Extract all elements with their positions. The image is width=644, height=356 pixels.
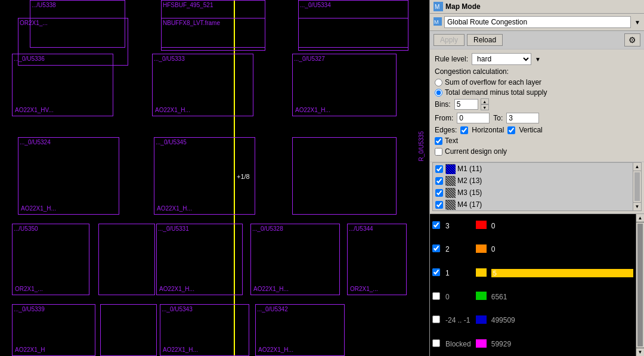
layer-scroll-up[interactable]: ▲	[633, 163, 641, 171]
cell-c20[interactable]: ..._0/U5343AO22X1_H...	[160, 304, 249, 356]
rule-level-select[interactable]: hard	[472, 53, 531, 65]
cell-type: AO22X1_HV...	[15, 107, 54, 113]
table-checkbox-cell-0[interactable]	[430, 214, 443, 238]
layer-item-3[interactable]: M4 (17)	[433, 199, 633, 210]
from-input[interactable]	[457, 113, 490, 123]
layer-list-section: M1 (11)M2 (13)M3 (15)M4 (17) ▲ ▼	[430, 162, 644, 214]
bins-up[interactable]: ▲	[481, 98, 489, 104]
table-color-cell-2	[473, 261, 489, 285]
table-checkbox-cell-5[interactable]	[430, 332, 443, 356]
table-row-checkbox-0[interactable]	[432, 221, 440, 229]
cell-label: ..._0/U5336	[14, 55, 112, 62]
radio-total-label: Total demand minus total supply	[445, 88, 547, 97]
cell-c12[interactable]	[292, 137, 397, 215]
layer-item-1[interactable]: M2 (13)	[433, 175, 633, 187]
horizontal-checkbox[interactable]	[460, 126, 468, 134]
canvas-area[interactable]: +1/8 R_0/U5335 .../U5338HFSBUF_495_521..…	[0, 0, 429, 356]
cell-c5[interactable]: NBUFFX8_LVT.frame	[161, 18, 265, 51]
table-color-5	[476, 339, 487, 348]
cell-type: AO22X1_H...	[295, 107, 330, 113]
table-value-cell-1: 0	[489, 238, 636, 262]
cell-type: AO22X1_H...	[159, 286, 194, 292]
current-design-checkbox[interactable]	[435, 148, 442, 156]
settings-section: Rule level: hard ▼ Congestion calculatio…	[430, 49, 644, 162]
table-scroll-thumb	[637, 224, 643, 346]
layer-item-0[interactable]: M1 (11)	[433, 163, 633, 175]
table-level-3: 0	[443, 285, 473, 309]
cell-type: AO22X1_H...	[157, 205, 192, 212]
vertical-label: Vertical	[519, 126, 542, 134]
layer-checkbox-2[interactable]	[435, 189, 443, 197]
table-row-checkbox-5[interactable]	[432, 339, 440, 347]
text-checkbox[interactable]	[435, 137, 442, 145]
radio-total[interactable]	[435, 89, 442, 97]
map-mode-select[interactable]: Global Route Congestion	[444, 16, 631, 28]
table-checkbox-cell-2[interactable]	[430, 261, 443, 285]
cell-c9[interactable]: ..._0/U5327AO22X1_H...	[292, 54, 397, 116]
from-label: From:	[435, 114, 453, 122]
cell-c13[interactable]: .../U5350OR2X1_...	[12, 224, 89, 295]
table-checkbox-cell-1[interactable]	[430, 238, 443, 262]
cell-c16[interactable]: ..._0/U5328AO22X1_H...	[250, 224, 340, 295]
cell-label: ..._0/U5324	[20, 139, 117, 146]
cell-label: ..._0/U5342	[257, 306, 343, 312]
table-value-cell-5: 59929	[489, 332, 636, 356]
cell-c19[interactable]	[100, 304, 157, 356]
layer-color-2	[445, 188, 455, 197]
table-scroll-up[interactable]: ▲	[636, 214, 644, 222]
table-level-2: 1	[443, 261, 473, 285]
cell-c15[interactable]: ..._0/U5331AO22X1_H...	[156, 224, 243, 295]
table-value-cell-3: 6561	[489, 285, 636, 309]
horizontal-label: Horizontal	[472, 126, 504, 134]
cell-c7[interactable]: ..._0/U5336AO22X1_HV...	[12, 54, 113, 116]
radio-sum[interactable]	[435, 79, 442, 86]
cell-label: HFSBUF_495_521	[163, 2, 264, 8]
svg-text:M: M	[434, 19, 439, 25]
table-row-checkbox-4[interactable]	[432, 315, 440, 323]
layer-scrollbar[interactable]: ▲ ▼	[633, 163, 641, 210]
cell-c14[interactable]	[98, 224, 155, 295]
map-mode-small-icon: M	[434, 17, 442, 27]
to-input[interactable]	[506, 113, 539, 123]
table-checkbox-cell-4[interactable]	[430, 309, 443, 333]
layer-checkbox-3[interactable]	[435, 201, 443, 209]
radio-total-row: Total demand minus total supply	[435, 88, 639, 97]
cell-label: ..._0/U5345	[156, 139, 253, 146]
table-row-checkbox-2[interactable]	[432, 268, 440, 276]
table-row-0: 30	[430, 214, 636, 238]
table-scrollbar[interactable]: ▲ ▼	[636, 214, 644, 356]
cell-c6[interactable]	[298, 18, 408, 51]
table-color-1	[476, 244, 487, 253]
layer-color-1	[445, 176, 455, 185]
rule-level-row: Rule level: hard ▼	[435, 53, 639, 65]
table-row-checkbox-3[interactable]	[432, 292, 440, 300]
bins-input[interactable]	[454, 99, 478, 110]
table-bar-fill-2	[491, 269, 633, 277]
reload-button[interactable]: Reload	[467, 34, 503, 46]
table-bar-container-2: 5	[491, 269, 633, 277]
cell-c10[interactable]: ..._0/U5324AO22X1_H...	[18, 137, 119, 215]
layer-scroll-down[interactable]: ▼	[633, 202, 641, 210]
cell-c11[interactable]: ..._0/U5345AO22X1_H...	[154, 137, 255, 215]
layer-color-3	[445, 200, 455, 209]
table-color-0	[476, 221, 487, 229]
table-checkbox-cell-3[interactable]	[430, 285, 443, 309]
edges-label: Edges:	[435, 126, 457, 134]
table-row-checkbox-1[interactable]	[432, 244, 440, 252]
layer-scroll-thumb[interactable]	[634, 172, 640, 201]
cell-c8[interactable]: ..._0/U5333AO22X1_H...	[152, 54, 253, 116]
vertical-checkbox[interactable]	[507, 126, 515, 134]
cell-c18[interactable]: ..._0/U5339AO22X1_H	[12, 304, 95, 356]
table-value-cell-0: 0	[489, 214, 636, 238]
layer-checkbox-0[interactable]	[435, 165, 443, 173]
apply-button[interactable]: Apply	[434, 34, 465, 46]
layer-item-2[interactable]: M3 (15)	[433, 187, 633, 199]
cell-c21[interactable]: ..._0/U5342AO22X1_H...	[255, 304, 345, 356]
gear-button[interactable]: ⚙	[624, 33, 640, 47]
bins-spinner[interactable]: ▲ ▼	[481, 98, 489, 110]
layer-checkbox-1[interactable]	[435, 177, 443, 185]
bins-down[interactable]: ▼	[481, 104, 489, 110]
table-scroll-down[interactable]: ▼	[636, 348, 644, 356]
cell-label: ..._0/U5331	[158, 225, 241, 232]
cell-c17[interactable]: .../U5344OR2X1_...	[347, 224, 407, 295]
